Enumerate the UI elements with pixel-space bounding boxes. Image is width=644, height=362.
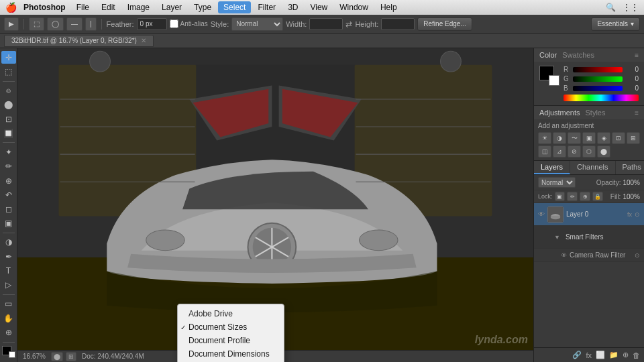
- move-tool[interactable]: ✛: [1, 51, 16, 64]
- marquee-tool[interactable]: ⬚: [1, 65, 16, 78]
- ctx-adobe-drive[interactable]: Adobe Drive: [178, 307, 284, 320]
- menu-image[interactable]: Image: [122, 1, 155, 13]
- height-input[interactable]: [381, 18, 415, 30]
- bw-adj-btn[interactable]: ◫: [538, 145, 551, 158]
- red-slider[interactable]: [573, 67, 623, 72]
- menu-filter[interactable]: Filter: [252, 1, 281, 13]
- channel-mix-btn[interactable]: ⊘: [568, 145, 581, 158]
- feather-input[interactable]: [137, 18, 167, 30]
- lock-position-btn[interactable]: ⊕: [580, 192, 590, 201]
- type-tool[interactable]: T: [1, 264, 16, 277]
- single-col-btn[interactable]: |: [85, 17, 97, 31]
- lock-all-btn[interactable]: 🔒: [592, 192, 603, 201]
- styles-title[interactable]: Styles: [586, 109, 606, 117]
- status-icon-1[interactable]: ⬤: [51, 352, 63, 361]
- tab-close-icon[interactable]: ✕: [141, 37, 146, 44]
- apple-menu[interactable]: 🍎: [5, 2, 17, 13]
- menu-window[interactable]: Window: [334, 1, 374, 13]
- layer-eye-0[interactable]: 👁: [538, 210, 545, 218]
- camera-raw-settings[interactable]: ⊙: [635, 252, 640, 259]
- eyedropper-tool[interactable]: 🔲: [1, 127, 16, 139]
- gradient-tool[interactable]: ▣: [1, 217, 16, 230]
- photo-filter-btn[interactable]: ⊿: [553, 145, 566, 158]
- path-select-tool[interactable]: ▷: [1, 279, 16, 292]
- pen-tool[interactable]: ✒: [1, 250, 16, 263]
- anti-alias-checkbox[interactable]: [170, 19, 178, 28]
- ctx-document-profile[interactable]: Document Profile: [178, 334, 284, 347]
- spot-heal-tool[interactable]: ✦: [1, 145, 16, 158]
- essentials-button[interactable]: Essentials ▾: [591, 17, 640, 31]
- add-mask-btn[interactable]: ⬜: [596, 351, 605, 359]
- hsl-adj-btn[interactable]: ⊡: [612, 132, 625, 144]
- fill-value[interactable]: 100%: [623, 193, 640, 200]
- menu-layer[interactable]: Layer: [156, 1, 187, 13]
- adjustments-title[interactable]: Adjustments: [539, 109, 580, 117]
- ctx-document-dimensions[interactable]: Document Dimensions: [178, 347, 284, 361]
- background-color-swatch[interactable]: [549, 75, 559, 86]
- smart-filters-row[interactable]: ▼ Smart Filters: [534, 226, 644, 249]
- new-layer-btn[interactable]: ⊕: [623, 351, 629, 359]
- lock-transparent-btn[interactable]: ▣: [555, 192, 566, 201]
- adj-panel-close[interactable]: ≡: [635, 109, 639, 117]
- blue-slider[interactable]: [573, 86, 623, 91]
- layer-fx-0[interactable]: fx: [627, 211, 632, 218]
- vibrance-adj-btn[interactable]: ◈: [597, 132, 610, 144]
- menu-edit[interactable]: Edit: [96, 1, 121, 13]
- history-brush-tool[interactable]: ↶: [1, 188, 16, 201]
- tool-preset-btn[interactable]: ▶: [4, 17, 19, 31]
- opacity-value[interactable]: 100%: [623, 179, 640, 186]
- search-icon[interactable]: 🔍: [606, 3, 616, 12]
- hand-tool[interactable]: ✋: [1, 312, 16, 324]
- clone-tool[interactable]: ⊕: [1, 174, 16, 187]
- single-row-btn[interactable]: —: [66, 17, 83, 31]
- layer-settings-0[interactable]: ⊙: [635, 211, 640, 218]
- menu-help[interactable]: Help: [375, 1, 402, 13]
- smart-filters-arrow[interactable]: ▼: [554, 234, 560, 241]
- refine-edge-button[interactable]: Refine Edge...: [417, 17, 472, 31]
- panel-close-icon[interactable]: ≡: [635, 52, 639, 59]
- swap-wh-icon[interactable]: ⇄: [345, 19, 352, 29]
- blend-mode-select[interactable]: Normal Multiply Screen: [538, 177, 576, 188]
- document-tab[interactable]: 32BitHDR.tif @ 16.7% (Layer 0, RGB/32*) …: [4, 35, 154, 47]
- zoom-tool[interactable]: ⊕: [1, 326, 16, 339]
- new-group-btn[interactable]: 📁: [609, 351, 619, 359]
- eraser-tool[interactable]: ◻: [1, 202, 16, 215]
- status-icon-2[interactable]: ⊞: [66, 352, 76, 361]
- delete-layer-btn[interactable]: 🗑: [633, 351, 640, 359]
- colorbalance-adj-btn[interactable]: ⊞: [627, 132, 640, 144]
- ctx-document-sizes[interactable]: ✓ Document Sizes: [178, 320, 284, 334]
- foreground-bg-swatch[interactable]: [2, 346, 15, 358]
- crop-tool[interactable]: ⊡: [1, 113, 16, 125]
- rect-marq-btn[interactable]: ⬚: [29, 17, 44, 31]
- swatches-panel-title[interactable]: Swatches: [562, 51, 594, 59]
- brightness-adj-btn[interactable]: ☀: [538, 132, 551, 144]
- layer-item-0[interactable]: 👁 Layer 0 fx ⊙: [534, 203, 644, 226]
- menu-file[interactable]: File: [71, 1, 95, 13]
- camera-raw-eye[interactable]: 👁: [561, 252, 567, 259]
- quick-select-tool[interactable]: ⬤: [1, 99, 16, 111]
- color-swatches-area[interactable]: [539, 66, 559, 86]
- style-select[interactable]: Normal Fixed Ratio Fixed Size: [231, 17, 283, 31]
- width-input[interactable]: [309, 18, 343, 30]
- posterize-btn[interactable]: ⬤: [597, 145, 610, 158]
- shape-tool[interactable]: ▭: [1, 298, 16, 310]
- ellipse-marq-btn[interactable]: ◯: [47, 17, 64, 31]
- levels-adj-btn[interactable]: ◑: [553, 132, 566, 144]
- menu-type[interactable]: Type: [189, 1, 217, 13]
- lock-pixels-btn[interactable]: ✏: [567, 192, 578, 201]
- menu-view[interactable]: View: [305, 1, 333, 13]
- channels-tab[interactable]: Channels: [570, 161, 615, 174]
- add-style-btn[interactable]: fx: [586, 351, 592, 359]
- lasso-tool[interactable]: ⌾: [1, 84, 16, 97]
- link-layers-btn[interactable]: 🔗: [572, 351, 582, 359]
- color-spectrum-bar[interactable]: [564, 95, 639, 101]
- curves-adj-btn[interactable]: 〜: [568, 132, 581, 144]
- menu-3d[interactable]: 3D: [282, 1, 303, 13]
- color-panel-title[interactable]: Color: [539, 51, 557, 59]
- menu-select[interactable]: Select: [218, 1, 251, 13]
- dodge-tool[interactable]: ◑: [1, 236, 16, 249]
- brush-tool[interactable]: ✏: [1, 160, 16, 173]
- layers-tab[interactable]: Layers: [534, 161, 570, 174]
- doc-sizes[interactable]: Doc: 240.4M/240.4M: [82, 353, 144, 360]
- paths-tab[interactable]: Paths: [616, 161, 644, 174]
